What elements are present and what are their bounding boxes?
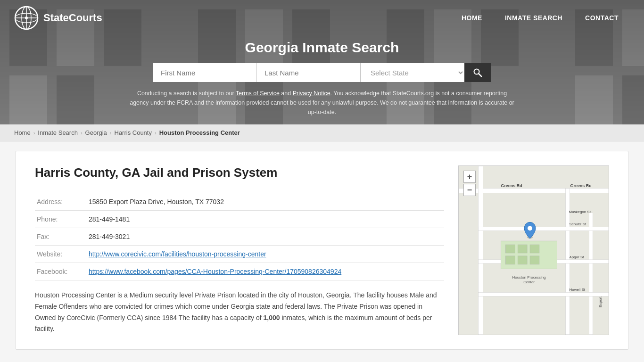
breadcrumb-inmate-search[interactable]: Inmate Search — [38, 129, 78, 136]
fax-row: Fax: 281-449-3021 — [35, 228, 444, 246]
nav-home[interactable]: HOME — [450, 9, 494, 26]
breadcrumb-sep-1: › — [33, 130, 35, 136]
capacity-bold: 1,000 — [263, 314, 280, 321]
svg-text:Center: Center — [523, 280, 535, 284]
svg-text:Export: Export — [598, 296, 603, 308]
search-icon — [473, 68, 482, 77]
svg-rect-15 — [479, 292, 609, 296]
disclaimer-text: Conducting a search is subject to our Te… — [119, 89, 525, 124]
map-area: + − — [458, 165, 609, 335]
breadcrumb-sep-3: › — [110, 130, 112, 136]
page-title: Georgia Inmate Search — [245, 40, 399, 56]
svg-point-26 — [528, 226, 532, 230]
nav-bar: StateCourts HOME INMATE SEARCH CONTACT — [0, 0, 644, 36]
svg-text:Greens Rd: Greens Rd — [501, 183, 522, 188]
svg-text:Howell St: Howell St — [570, 288, 586, 292]
last-name-input[interactable] — [257, 63, 361, 82]
fax-value: 281-449-3021 — [87, 228, 444, 246]
facebook-value: https://www.facebook.com/pages/CCA-Houst… — [87, 263, 444, 280]
svg-rect-10 — [479, 166, 483, 335]
nav-contact[interactable]: CONTACT — [574, 9, 630, 26]
facebook-label: Facebook: — [35, 263, 87, 280]
nav-links: HOME INMATE SEARCH CONTACT — [450, 9, 630, 26]
facility-description: Houston Processing Center is a Medium se… — [35, 290, 444, 335]
svg-rect-12 — [589, 213, 593, 335]
breadcrumb-county[interactable]: Harris County — [115, 129, 152, 136]
facility-title: Harris County, GA Jail and Prison System — [35, 165, 444, 180]
website-link[interactable]: http://www.corecivic.com/facilities/hous… — [89, 250, 266, 258]
nav-inmate-search[interactable]: INMATE SEARCH — [494, 9, 574, 26]
search-form: Select StateAlabamaAlaskaArizonaArkansas… — [153, 63, 491, 82]
state-select[interactable]: Select StateAlabamaAlaskaArizonaArkansas… — [361, 63, 464, 82]
content-left: Harris County, GA Jail and Prison System… — [35, 165, 444, 335]
main-wrapper: Harris County, GA Jail and Prison System… — [0, 141, 644, 362]
privacy-link[interactable]: Privacy Notice — [293, 90, 330, 97]
breadcrumb-home[interactable]: Home — [14, 129, 31, 136]
svg-text:Schultz St: Schultz St — [570, 222, 587, 226]
svg-line-7 — [479, 74, 482, 77]
svg-rect-18 — [518, 245, 527, 253]
svg-text:Greens Rc: Greens Rc — [570, 183, 592, 188]
address-row: Address: 15850 Export Plaza Drive, Houst… — [35, 193, 444, 211]
breadcrumb-current: Houston Processing Center — [159, 129, 240, 136]
breadcrumb-state[interactable]: Georgia — [85, 129, 107, 136]
svg-rect-20 — [505, 256, 515, 264]
content-card: Harris County, GA Jail and Prison System… — [16, 151, 628, 350]
address-value: 15850 Export Plaza Drive, Houston, TX 77… — [87, 193, 444, 211]
phone-row: Phone: 281-449-1481 — [35, 211, 444, 228]
fax-label: Fax: — [35, 228, 87, 246]
map-svg: Houston Processing Center Greens Rd Gree… — [459, 166, 609, 335]
map-zoom-in[interactable]: + — [463, 171, 476, 183]
logo-icon — [14, 6, 39, 30]
phone-label: Phone: — [35, 211, 87, 228]
svg-rect-22 — [530, 256, 539, 264]
svg-rect-19 — [530, 245, 539, 253]
website-value: http://www.corecivic.com/facilities/hous… — [87, 246, 444, 263]
header: StateCourts HOME INMATE SEARCH CONTACT G… — [0, 0, 644, 124]
svg-rect-17 — [505, 245, 515, 253]
site-name: StateCourts — [43, 12, 102, 24]
breadcrumb: Home › Inmate Search › Georgia › Harris … — [0, 124, 644, 141]
address-label: Address: — [35, 193, 87, 211]
svg-text:Muskegon St: Muskegon St — [569, 210, 591, 214]
map-zoom-controls: + − — [463, 171, 476, 196]
phone-value: 281-449-1481 — [87, 211, 444, 228]
breadcrumb-sep-4: › — [155, 130, 157, 136]
website-row: Website: http://www.corecivic.com/facili… — [35, 246, 444, 263]
info-table: Address: 15850 Export Plaza Drive, Houst… — [35, 193, 444, 280]
facebook-row: Facebook: https://www.facebook.com/pages… — [35, 263, 444, 280]
map-zoom-out[interactable]: − — [463, 184, 476, 196]
svg-rect-21 — [518, 256, 527, 264]
breadcrumb-sep-2: › — [81, 130, 83, 136]
svg-rect-13 — [479, 227, 609, 230]
svg-text:Apgar St: Apgar St — [570, 255, 585, 259]
tos-link[interactable]: Terms of Service — [236, 90, 280, 97]
facebook-link[interactable]: https://www.facebook.com/pages/CCA-Houst… — [89, 268, 341, 275]
svg-text:Houston Processing: Houston Processing — [512, 275, 546, 280]
first-name-input[interactable] — [153, 63, 257, 82]
search-button[interactable] — [464, 63, 491, 82]
logo-area[interactable]: StateCourts — [14, 6, 102, 30]
website-label: Website: — [35, 246, 87, 263]
